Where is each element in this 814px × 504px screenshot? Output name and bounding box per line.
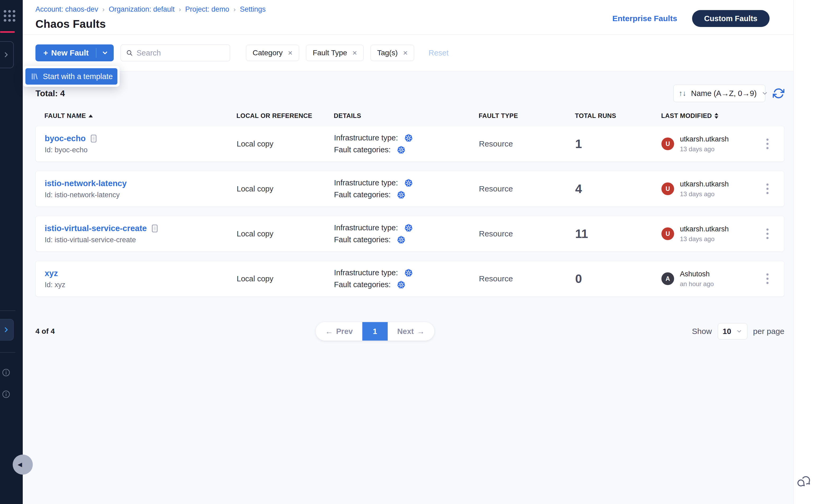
arrow-right-icon: →	[417, 327, 425, 336]
chevron-right-icon	[3, 326, 10, 333]
sort-updown-icon: ↑↓	[679, 89, 686, 98]
refresh-icon	[773, 88, 784, 99]
help-chat-button[interactable]	[797, 476, 811, 490]
sort-select[interactable]: ↑↓ Name (A→Z, 0→9)	[673, 85, 765, 102]
fault-list: byoc-echo Id: byoc-echo Local copy Infra…	[35, 126, 784, 297]
main-panel: Account: chaos-dev › Organization: defau…	[23, 0, 793, 504]
modified-when: 13 days ago	[680, 145, 729, 153]
kebab-menu-button[interactable]	[764, 181, 771, 196]
fault-name-link[interactable]: istio-network-latency	[45, 179, 127, 188]
infrastructure-type-label: Infrastructure type:	[334, 178, 398, 187]
page-size-select[interactable]: 10	[718, 323, 747, 340]
next-page-button[interactable]: Next →	[388, 322, 434, 341]
breadcrumb-project-link[interactable]: Project: demo	[185, 5, 229, 13]
local-or-reference-value: Local copy	[237, 274, 334, 283]
fault-id: Id: byoc-echo	[45, 146, 237, 154]
sort-ascending-icon	[89, 114, 93, 117]
filter-chip-label: Tag(s)	[377, 49, 398, 57]
new-fault-split-button[interactable]: + New Fault	[35, 44, 114, 61]
description-icon	[151, 224, 158, 233]
sidebar-collapse-handle[interactable]: ◀	[13, 455, 33, 475]
enterprise-faults-link[interactable]: Enterprise Faults	[612, 14, 677, 23]
filter-chip-tags[interactable]: Tag(s) ×	[371, 45, 414, 61]
table-row[interactable]: istio-virtual-service-create Id: istio-v…	[35, 216, 784, 252]
chevron-right-icon	[3, 51, 10, 58]
avatar: U	[661, 227, 674, 240]
modified-when: an hour ago	[680, 280, 714, 288]
page-size-value: 10	[723, 327, 731, 336]
sidebar-divider	[0, 310, 15, 311]
new-fault-dropdown-toggle[interactable]	[96, 44, 114, 61]
sort-both-icon	[715, 113, 718, 119]
show-label: Show	[692, 327, 712, 336]
breadcrumb-account-link[interactable]: Account: chaos-dev	[35, 5, 98, 13]
close-icon[interactable]: ×	[403, 49, 408, 57]
total-runs-value: 4	[575, 182, 661, 196]
kubernetes-icon	[404, 134, 413, 142]
sidebar-expand-button-active[interactable]	[0, 319, 14, 341]
kubernetes-icon	[404, 224, 413, 232]
sidebar-expand-button[interactable]	[0, 41, 14, 68]
table-header-row: FAULT NAME LOCAL OR REFERENCE DETAILS FA…	[35, 111, 784, 121]
content-right-divider	[793, 0, 794, 504]
infrastructure-type-label: Infrastructure type:	[334, 268, 398, 277]
per-page-label: per page	[753, 327, 784, 336]
kebab-menu-button[interactable]	[764, 136, 771, 151]
breadcrumb-settings-link[interactable]: Settings	[240, 5, 266, 13]
kubernetes-icon	[397, 281, 405, 289]
close-icon[interactable]: ×	[353, 49, 357, 57]
filter-chip-label: Category	[253, 49, 283, 57]
table-row[interactable]: byoc-echo Id: byoc-echo Local copy Infra…	[35, 126, 784, 162]
new-fault-dropdown-menu: Start with a template	[23, 66, 120, 87]
info-icon[interactable]	[2, 390, 11, 399]
fault-id: Id: istio-network-latency	[45, 191, 237, 199]
modified-by: Ashutosh	[680, 270, 714, 278]
sort-selected-label: Name (A→Z, 0→9)	[691, 89, 757, 98]
fault-type-value: Resource	[479, 229, 575, 238]
sidebar-divider	[0, 352, 15, 353]
close-icon[interactable]: ×	[288, 49, 293, 57]
fault-type-value: Resource	[479, 274, 575, 283]
modified-when: 13 days ago	[680, 190, 729, 198]
fault-name-link[interactable]: istio-virtual-service-create	[45, 224, 147, 233]
content-area: Total: 4 ↑↓ Name (A→Z, 0→9)	[23, 71, 793, 504]
column-last-modified[interactable]: LAST MODIFIED	[661, 112, 760, 120]
current-page-button[interactable]: 1	[362, 322, 388, 341]
kebab-menu-button[interactable]	[764, 226, 771, 241]
search-input[interactable]	[136, 49, 225, 57]
column-fault-name[interactable]: FAULT NAME	[44, 112, 236, 120]
refresh-button[interactable]	[773, 88, 784, 99]
filter-chip-fault-type[interactable]: Fault Type ×	[306, 45, 364, 61]
custom-faults-button[interactable]: Custom Faults	[692, 10, 770, 27]
prev-page-button[interactable]: ← Prev	[316, 322, 362, 341]
plus-icon: +	[43, 48, 48, 57]
modified-by: utkarsh.utkarsh	[680, 135, 729, 143]
start-with-template-menu-item[interactable]: Start with a template	[25, 68, 117, 85]
column-total-runs: TOTAL RUNS	[575, 112, 661, 120]
description-icon	[90, 134, 97, 143]
fault-categories-label: Fault categories:	[334, 280, 391, 289]
breadcrumb-organization-link[interactable]: Organization: default	[109, 5, 175, 13]
total-runs-value: 1	[575, 137, 661, 151]
kebab-menu-button[interactable]	[764, 271, 771, 286]
search-box[interactable]	[121, 44, 230, 61]
active-module-indicator	[0, 31, 15, 33]
table-row[interactable]: istio-network-latency Id: istio-network-…	[35, 171, 784, 207]
search-icon	[126, 49, 133, 57]
filter-chip-category[interactable]: Category ×	[246, 45, 299, 61]
fault-name-link[interactable]: xyz	[45, 269, 58, 278]
info-icon[interactable]	[2, 368, 11, 377]
column-details: DETAILS	[334, 112, 479, 120]
table-row[interactable]: xyz Id: xyz Local copy Infrastructure ty…	[35, 261, 784, 297]
infrastructure-type-label: Infrastructure type:	[334, 223, 398, 232]
module-switcher-icon[interactable]	[4, 10, 15, 22]
reset-filters-link[interactable]: Reset	[428, 49, 449, 57]
column-fault-type: FAULT TYPE	[479, 112, 575, 120]
filter-chip-label: Fault Type	[313, 49, 347, 57]
total-runs-value: 11	[575, 227, 661, 241]
chevron-down-icon	[761, 90, 768, 97]
fault-categories-label: Fault categories:	[334, 235, 391, 244]
fault-name-link[interactable]: byoc-echo	[45, 134, 86, 143]
avatar: A	[661, 272, 674, 285]
total-runs-value: 0	[575, 272, 661, 286]
